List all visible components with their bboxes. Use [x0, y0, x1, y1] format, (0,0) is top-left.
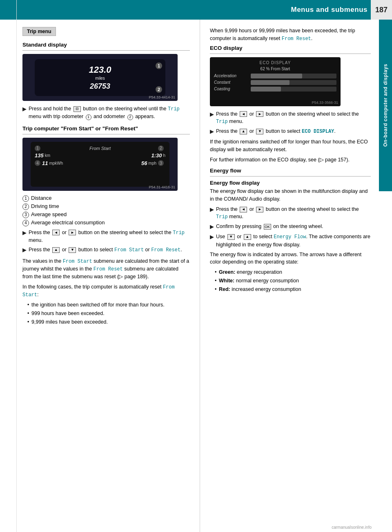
divider-2 [22, 134, 190, 134]
standard-display-heading: Standard display [22, 42, 190, 48]
ef-instruction-1: Press the ◄ or ► button on the steering … [216, 206, 371, 221]
trip-display-title: From Start [89, 146, 111, 151]
arrow-icon-4: ▶ [210, 111, 214, 118]
btn-up-3: ▲ [244, 234, 251, 240]
btn-left-1: ◄ [52, 230, 60, 235]
numbered-item-1: 1 Distance [22, 195, 190, 202]
trip-time: 1:30 [151, 152, 162, 159]
para-right-top: When 9,999 hours or 99,999 miles have be… [210, 27, 371, 42]
chapter-title: Menus and submenus [291, 6, 368, 14]
trip-distance: 135 [35, 152, 44, 159]
circle-4: 4 [22, 220, 29, 226]
left-arrow-item-2: ▶ Press the ▲ or ▼ button to select From… [22, 246, 190, 254]
trip-computer-screen: 1 From Start 2 135 km 1:30 h 4 [31, 142, 169, 187]
arrow-icon-8: ▶ [210, 233, 214, 241]
eco-bar-fill-2 [251, 80, 290, 85]
circle-2: 2 [22, 203, 29, 210]
bullet-list-left: the ignition has been switched off for m… [22, 301, 190, 326]
eco-percent: 62 % From Start [214, 67, 336, 71]
trip-time-unit: h [163, 153, 165, 158]
odometer-unit: miles [95, 76, 105, 80]
eco-row-coasting: Coasting [214, 87, 336, 92]
left-arrow-item-1: ▶ Press the ◄ or ► button on the steerin… [22, 229, 190, 244]
bullet-1: the ignition has been switched off for m… [27, 301, 190, 308]
btn-right-2: ► [256, 111, 263, 117]
trip-data-row-2: 4 11 mpkWh 56 mph 3 [35, 160, 165, 166]
instruction-text-1: Press and hold the ⊟ button on the steer… [29, 105, 190, 121]
eco-para-1: If the ignition remains switched off for… [210, 138, 371, 154]
ef-arrow-1: ▶ Press the ◄ or ► button on the steerin… [210, 206, 371, 221]
trip-speed-unit: mph [149, 161, 156, 165]
eco-label-1: Acceleration [214, 74, 251, 78]
display-num-2: 2 [156, 86, 162, 93]
circle-3: 3 [22, 212, 29, 218]
divider-3 [210, 54, 371, 54]
from-start-1: From Start [63, 259, 92, 264]
divider-1 [22, 50, 190, 51]
eco-bar-bg-3 [251, 87, 336, 92]
btn-left-2: ◄ [240, 111, 247, 117]
trip-menu-label: Trip menu [22, 27, 56, 36]
trip-consumption-unit: mpkWh [49, 161, 63, 165]
standard-display-image: 123.0 miles 26753 1 2 P54.33-4414-31 [22, 54, 178, 101]
para-from-start: The values in the From Start submenu are… [22, 257, 190, 281]
page-number: 187 [371, 0, 392, 20]
trip-num-2: 2 [158, 145, 164, 151]
trip-speed: 56 [141, 160, 147, 166]
btn-left-3: ◄ [240, 207, 247, 212]
from-reset-1: From Reset [94, 266, 123, 272]
ef-arrow-2: ▶ Confirm by pressing OK on the steering… [210, 223, 371, 231]
item-4-text: Average electrical consumption [31, 219, 105, 226]
left-instruction-2: Press the ▲ or ▼ button to select From S… [29, 246, 182, 254]
para-auto-reset: In the following cases, the trip compute… [22, 283, 190, 299]
arrow-icon-3: ▶ [22, 246, 27, 254]
ef-bullet-green: Green: energy recuperation [215, 268, 371, 276]
btn-up-2: ▲ [240, 129, 247, 134]
trip-num-1: 1 [35, 145, 40, 151]
ef-instruction-2: Confirm by pressing OK on the steering w… [216, 223, 323, 230]
eco-arrow-items: ▶ Press the ◄ or ► button on the steerin… [210, 110, 371, 136]
eco-arrow-1: ▶ Press the ◄ or ► button on the steerin… [210, 110, 371, 126]
trip-num-4: 4 [35, 160, 40, 166]
arrow-icon-5: ▶ [210, 128, 214, 136]
footer-watermark: carmanuaIsonline.info [332, 525, 372, 530]
trip-num-1-container: 1 [35, 145, 42, 151]
bullet-2: 999 hours have been exceeded. [27, 310, 190, 317]
item-1-text: Distance [31, 195, 52, 201]
left-column: Trip menu Standard display 123.0 miles 2… [0, 20, 200, 532]
eco-bar-fill-3 [251, 87, 281, 92]
sidebar-tab: On-board computer and displays [379, 20, 392, 191]
eco-label-2: Constant [214, 80, 251, 85]
from-reset-inline: From Reset [282, 36, 311, 42]
standard-display-instruction: ▶ Press and hold the ⊟ button on the ste… [22, 105, 190, 121]
eco-row-acceleration: Acceleration [214, 74, 336, 78]
trip-computer-display: 1 From Start 2 135 km 1:30 h 4 [22, 138, 178, 191]
image-watermark-2: P54.31-4416-31 [149, 185, 175, 189]
main-content: Trip menu Standard display 123.0 miles 2… [0, 20, 379, 532]
numbered-items-list: 1 Distance 2 Driving time 3 Average spee… [22, 195, 190, 226]
sidebar-tab-label: On-board computer and displays [383, 64, 388, 147]
energy-flow-para-1: The energy flow display can be shown in … [210, 188, 371, 203]
energy-flow-heading: Energy flow [210, 168, 371, 174]
display-num-1: 1 [156, 63, 162, 69]
arrow-items-left: ▶ Press the ◄ or ► button on the steerin… [22, 229, 190, 254]
bullet-3: 9,999 miles have been exceeded. [27, 318, 190, 326]
ef-instruction-3: Use ▼ or ▲ to select Energy Flow. The ac… [216, 233, 371, 248]
btn-ok: OK [264, 224, 271, 230]
arrow-icon-1: ▶ [22, 105, 27, 113]
item-3-text: Average speed [31, 211, 67, 217]
energy-flow-arrows: ▶ Press the ◄ or ► button on the steerin… [210, 206, 371, 248]
btn-up-1: ▲ [52, 247, 60, 253]
trip-consumption: 11 [42, 160, 48, 166]
button-icon-reset: ⊟ [74, 106, 81, 112]
ef-bullet-red-bold: Red: [219, 286, 230, 292]
circle-1: 1 [22, 195, 29, 202]
btn-down-3: ▼ [227, 234, 235, 240]
trip-header-row: 1 From Start 2 [35, 145, 165, 151]
trip-num-3: 3 [158, 160, 164, 166]
energy-flow-display-heading: Energy flow display [210, 180, 371, 186]
numbered-item-4: 4 Average electrical consumption [22, 219, 190, 226]
eco-watermark: P54.33-3566-31 [312, 101, 338, 105]
trip-num-2-container: 2 [158, 145, 165, 151]
eco-row-constant: Constant [214, 80, 336, 85]
